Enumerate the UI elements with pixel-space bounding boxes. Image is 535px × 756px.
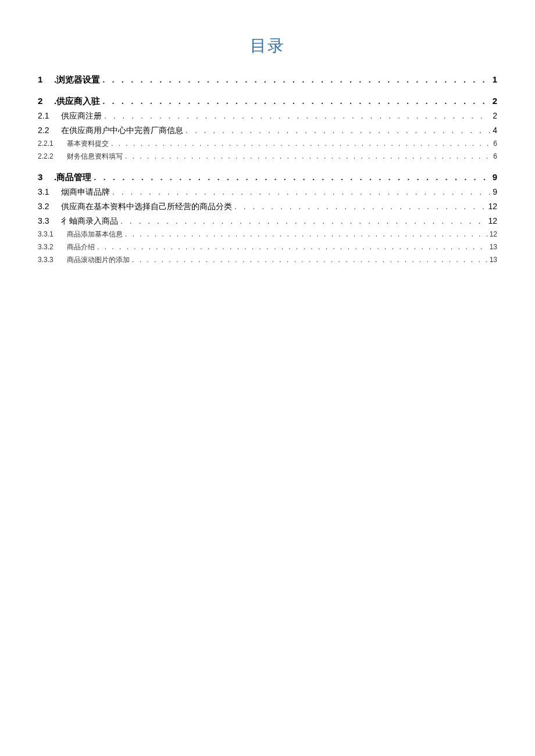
toc-leader-dots: . . . . . . . . . . . . . . . . . . . . … (234, 202, 486, 211)
toc-entry[interactable]: 2.1供应商注册. . . . . . . . . . . . . . . . … (38, 111, 497, 121)
toc-entry-text: 彳蚰商录入商品 (61, 216, 118, 227)
toc-leader-dots: . . . . . . . . . . . . . . . . . . . . … (112, 187, 490, 196)
table-of-contents: 1.浏览器设置. . . . . . . . . . . . . . . . .… (38, 74, 497, 265)
toc-entry[interactable]: 2.2.2财务信息资料填写. . . . . . . . . . . . . .… (38, 152, 497, 162)
toc-entry-number: 2.1 (38, 111, 61, 120)
toc-entry[interactable]: 3.3.1商品添加基本信息. . . . . . . . . . . . . .… (38, 230, 497, 239)
toc-leader-dots: . . . . . . . . . . . . . . . . . . . . … (97, 243, 487, 251)
toc-entry-page: 12 (488, 216, 497, 225)
toc-entry[interactable]: 3.商品管理. . . . . . . . . . . . . . . . . … (38, 172, 497, 183)
toc-entry-page: 2 (493, 111, 497, 120)
toc-entry-text: 供应商注册 (61, 111, 102, 121)
toc-entry-page: 13 (490, 256, 497, 264)
toc-entry-page: 2 (493, 96, 497, 106)
toc-leader-dots: . . . . . . . . . . . . . . . . . . . . … (186, 126, 490, 135)
toc-entry[interactable]: 3.3.2商品介绍. . . . . . . . . . . . . . . .… (38, 242, 497, 252)
toc-entry-number: 3 (38, 172, 54, 182)
toc-entry-page: 9 (493, 187, 497, 196)
toc-entry-page: 6 (493, 139, 497, 148)
toc-leader-dots: . . . . . . . . . . . . . . . . . . . . … (94, 172, 490, 182)
toc-entry-number: 3.3.1 (38, 230, 67, 238)
toc-entry-page: 6 (493, 152, 497, 160)
toc-leader-dots: . . . . . . . . . . . . . . . . . . . . … (132, 256, 487, 264)
toc-entry[interactable]: 3.3彳蚰商录入商品. . . . . . . . . . . . . . . … (38, 216, 497, 227)
toc-leader-dots: . . . . . . . . . . . . . . . . . . . . … (120, 216, 486, 225)
toc-entry-page: 9 (493, 172, 497, 182)
toc-entry-page: 12 (488, 202, 497, 211)
toc-leader-dots: . . . . . . . . . . . . . . . . . . . . … (111, 139, 491, 148)
toc-entry-page: 4 (493, 126, 497, 135)
toc-entry-text: 商品添加基本信息 (67, 230, 123, 239)
toc-leader-dots: . . . . . . . . . . . . . . . . . . . . … (102, 74, 490, 84)
toc-entry-number: 2.2.1 (38, 139, 67, 148)
toc-entry-text: 浏览器设置 (56, 74, 100, 85)
toc-entry-text: 商品介绍 (67, 242, 95, 252)
toc-entry-number: 3.2 (38, 202, 61, 211)
toc-entry-page: 1 (493, 74, 497, 84)
toc-entry-text: 商品管理 (56, 172, 91, 183)
toc-entry-page: 13 (490, 243, 497, 251)
toc-leader-dots: . . . . . . . . . . . . . . . . . . . . … (104, 111, 490, 120)
toc-entry-page: 12 (490, 230, 497, 238)
toc-leader-dots: . . . . . . . . . . . . . . . . . . . . … (102, 96, 490, 106)
toc-entry-text: 供应商在基本资料中选择自己所经营的商品分类 (61, 202, 232, 212)
toc-entry-number: 2.2 (38, 126, 61, 135)
toc-entry[interactable]: 3.1烟商申请品牌. . . . . . . . . . . . . . . .… (38, 187, 497, 198)
toc-entry-number: 3.1 (38, 187, 61, 196)
toc-entry-text: 烟商申请品牌 (61, 187, 110, 198)
toc-entry[interactable]: 2.2.1基本资料提交. . . . . . . . . . . . . . .… (38, 139, 497, 149)
toc-title: 目录 (38, 35, 497, 57)
toc-entry-text: 基本资料提交 (67, 139, 109, 149)
toc-entry-text: 财务信息资料填写 (67, 152, 123, 162)
toc-entry-number: 3.3 (38, 216, 61, 225)
toc-entry[interactable]: 2. 供应商入驻. . . . . . . . . . . . . . . . … (38, 96, 497, 107)
toc-entry-text: 商品滚动图片的添加 (67, 255, 130, 265)
toc-entry-number: 2 (38, 96, 54, 106)
toc-leader-dots: . . . . . . . . . . . . . . . . . . . . … (125, 152, 491, 160)
toc-entry-text: 供应商入驻 (56, 96, 100, 107)
toc-entry[interactable]: 3.3.3商品滚动图片的添加. . . . . . . . . . . . . … (38, 255, 497, 265)
toc-entry-number: 3.3.3 (38, 256, 67, 264)
toc-leader-dots: . . . . . . . . . . . . . . . . . . . . … (125, 230, 487, 238)
toc-entry[interactable]: 2.2在供应商用户中心中完善厂商信息. . . . . . . . . . . … (38, 126, 497, 136)
toc-entry-text: 在供应商用户中心中完善厂商信息 (61, 126, 183, 136)
toc-entry-number: 3.3.2 (38, 243, 67, 251)
toc-entry[interactable]: 3.2供应商在基本资料中选择自己所经营的商品分类. . . . . . . . … (38, 202, 497, 212)
toc-entry-number: 2.2.2 (38, 152, 67, 160)
toc-entry-number: 1 (38, 74, 54, 84)
toc-entry[interactable]: 1.浏览器设置. . . . . . . . . . . . . . . . .… (38, 74, 497, 85)
